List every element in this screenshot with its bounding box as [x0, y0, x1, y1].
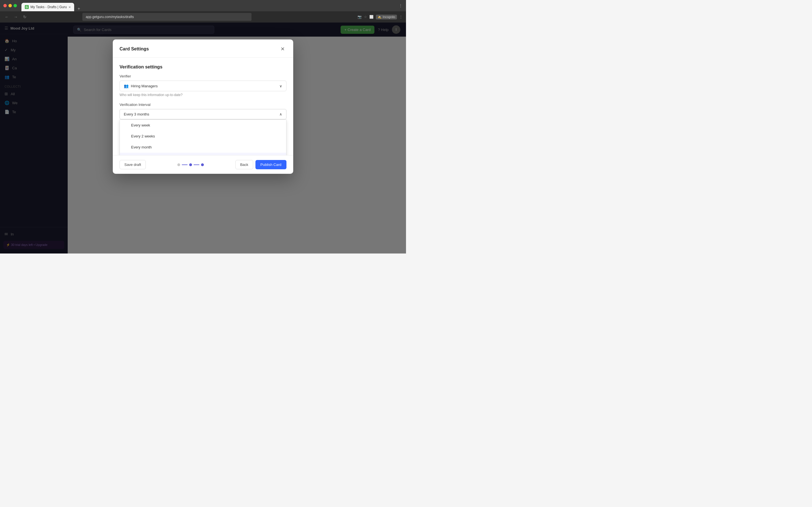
verification-settings-title: Verification settings	[119, 64, 287, 69]
progress-line-1	[182, 165, 188, 165]
minimize-traffic-light[interactable]	[8, 4, 12, 7]
save-draft-button[interactable]: Save draft	[119, 160, 146, 169]
interval-option-every-month[interactable]: Every month	[120, 142, 286, 153]
traffic-lights	[3, 4, 17, 7]
app-wrapper: ☰ Mood Joy Ltd 🏠 Ho ✓ My 📊 An 🃏 Ca 👥	[0, 22, 406, 253]
progress-dot-3	[201, 163, 204, 166]
camera-off-icon[interactable]: 📷	[357, 15, 362, 19]
interval-value: Every 3 months	[124, 112, 149, 116]
star-icon[interactable]: ☆	[364, 15, 367, 19]
verifier-icon: 👥	[124, 83, 129, 88]
progress-line-2	[194, 165, 199, 165]
reload-button[interactable]: ↻	[21, 15, 28, 19]
interval-option-label: Every month	[131, 145, 152, 149]
chevron-down-icon: ∨	[280, 84, 282, 88]
interval-section: Verification Interval Every 3 months ∧ E…	[119, 103, 287, 119]
interval-dropdown-container: Every 3 months ∧ Every week Every 2	[119, 109, 287, 119]
modal-body: Verification settings Verifier 👥 Hiring …	[113, 58, 293, 155]
address-input[interactable]	[82, 13, 252, 21]
verifier-hint: Who will keep this information up-to-dat…	[119, 93, 287, 97]
modal-close-button[interactable]: ✕	[278, 45, 287, 53]
browser-more-icon[interactable]: ⋮	[399, 3, 403, 8]
progress-dot-1	[177, 163, 180, 166]
chevron-up-icon: ∧	[280, 112, 282, 116]
publish-card-button[interactable]: Publish Card	[255, 160, 287, 169]
tab-favicon: G	[25, 5, 29, 9]
interval-select[interactable]: Every 3 months ∧	[119, 109, 287, 119]
interval-label: Verification Interval	[119, 103, 287, 107]
forward-nav-button[interactable]: →	[12, 15, 19, 19]
address-bar: ← → ↻ 📷 ☆ ⬜ 🕵 Incognito ⋮	[0, 11, 406, 22]
verifier-label: Verifier	[119, 74, 287, 78]
verifier-value: Hiring Managers	[131, 84, 158, 88]
tab-title: My Tasks - Drafts | Guru	[31, 5, 67, 9]
extensions-icon[interactable]: ⬜	[369, 15, 373, 19]
interval-option-every-week[interactable]: Every week	[120, 120, 286, 131]
interval-option-label: Every 2 weeks	[131, 134, 155, 138]
interval-option-label: Every week	[131, 123, 150, 127]
tab-close-icon[interactable]: ✕	[68, 6, 71, 9]
modal: Card Settings ✕ Verification settings Ve…	[113, 40, 293, 174]
incognito-icon: 🕵	[377, 15, 382, 19]
verifier-select[interactable]: 👥 Hiring Managers ∨	[119, 80, 287, 91]
modal-title: Card Settings	[119, 47, 149, 52]
close-traffic-light[interactable]	[3, 4, 7, 7]
new-tab-button[interactable]: +	[75, 6, 82, 11]
modal-overlay: Card Settings ✕ Verification settings Ve…	[0, 22, 406, 253]
interval-dropdown-menu: Every week Every 2 weeks Every month	[119, 119, 287, 155]
browser-chrome: G My Tasks - Drafts | Guru ✕ + ⋮	[0, 0, 406, 11]
modal-header: Card Settings ✕	[113, 40, 293, 58]
progress-dot-2	[189, 163, 192, 166]
footer-right: Back Publish Card	[236, 160, 287, 169]
incognito-label: Incognito	[383, 15, 395, 18]
back-nav-button[interactable]: ←	[3, 15, 10, 19]
back-button[interactable]: Back	[236, 160, 253, 169]
interval-option-every-2-weeks[interactable]: Every 2 weeks	[120, 131, 286, 142]
active-tab[interactable]: G My Tasks - Drafts | Guru ✕	[21, 3, 74, 11]
browser-menu-icon[interactable]: ⋮	[399, 15, 403, 19]
progress-dots	[177, 163, 204, 166]
interval-option-every-3-months[interactable]: ✓ Every 3 months	[120, 153, 286, 155]
browser-tabs: G My Tasks - Drafts | Guru ✕ +	[21, 0, 82, 11]
verifier-select-left: 👥 Hiring Managers	[124, 83, 158, 88]
incognito-badge: 🕵 Incognito	[376, 15, 397, 19]
fullscreen-traffic-light[interactable]	[13, 4, 17, 7]
modal-footer: Save draft Back Publish Card	[113, 155, 293, 174]
address-bar-right: 📷 ☆ ⬜ 🕵 Incognito ⋮	[357, 15, 403, 19]
